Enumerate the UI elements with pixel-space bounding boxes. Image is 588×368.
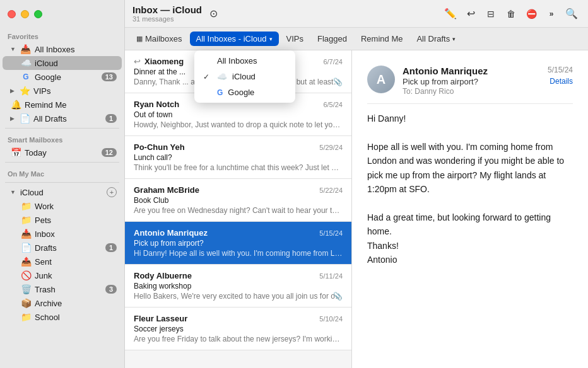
- trash-badge: 3: [105, 285, 117, 294]
- more-icon: »: [550, 9, 554, 18]
- sidebar-item-trash[interactable]: 🗑️ Trash 3: [3, 282, 122, 296]
- sidebar-item-vips[interactable]: ▶ ⭐ VIPs: [3, 84, 122, 98]
- today-label: Today: [25, 148, 98, 158]
- sidebar-item-junk[interactable]: 🚫 Junk: [3, 268, 122, 282]
- mail-item[interactable]: Graham McBride 5/22/24 Book Club Are you…: [125, 179, 351, 222]
- sidebar-item-pets[interactable]: 📁 Pets: [3, 213, 122, 227]
- dropdown-label-all-inboxes: All Inboxes: [217, 56, 257, 66]
- school-folder-icon: 📁: [20, 312, 32, 322]
- dropdown-item-google[interactable]: G Google: [194, 84, 295, 100]
- more-button[interactable]: »: [543, 5, 560, 23]
- add-icloud-icon[interactable]: +: [107, 187, 117, 197]
- sidebar-item-remind-me[interactable]: 🔔 Remind Me: [3, 98, 122, 112]
- dropdown-label-icloud: iCloud: [232, 72, 256, 81]
- search-button[interactable]: 🔍: [563, 5, 580, 23]
- sidebar-item-today[interactable]: 📅 Today 12: [3, 146, 122, 159]
- remind-me-icon: 🔔: [10, 100, 21, 110]
- all-inboxes-tab-label: All Inboxes - iCloud: [196, 34, 267, 43]
- mail-from: Rody Albuerne: [134, 271, 314, 280]
- drafts-badge: 1: [105, 243, 117, 252]
- junk-button[interactable]: ⛔: [522, 5, 540, 23]
- sidebar-item-google[interactable]: G Google 13: [3, 70, 122, 84]
- sidebar-item-all-drafts[interactable]: ▶ 📄 All Drafts 1: [3, 112, 122, 125]
- smart-mailboxes-section-label: Smart Mailboxes: [0, 131, 124, 146]
- trash-button[interactable]: 🗑: [502, 5, 520, 23]
- mail-date: 5/29/24: [319, 144, 343, 151]
- mail-date: 5/11/24: [319, 272, 343, 280]
- today-icon: 📅: [10, 147, 21, 158]
- mail-subject: Baking workshop: [134, 282, 343, 290]
- dropdown-check-icloud: ✓: [203, 72, 212, 81]
- icloud-icon: ☁️: [20, 58, 32, 68]
- pets-label: Pets: [35, 216, 117, 225]
- maximize-button[interactable]: [34, 10, 42, 18]
- sidebar-item-drafts[interactable]: 📄 Drafts 1: [3, 241, 122, 255]
- mail-item[interactable]: Antonio Manriquez 5/15/24 Pick up from a…: [125, 222, 351, 265]
- filter-button[interactable]: ⊙: [204, 5, 222, 23]
- tab-chevron-down-icon: ▾: [269, 36, 273, 42]
- sidebar-item-school[interactable]: 📁 School: [3, 310, 122, 324]
- tab-remind-me[interactable]: Remind Me: [355, 32, 409, 46]
- sidebar-item-archive[interactable]: 📦 Archive: [3, 296, 122, 310]
- mail-preview: Think you'll be free for a lunchtime cha…: [134, 163, 343, 172]
- tab-mailboxes-label: Mailboxes: [145, 34, 182, 43]
- sidebar-item-inbox[interactable]: 📥 Inbox: [3, 227, 122, 241]
- detail-header: A Antonio Manriquez Pick up from airport…: [367, 66, 573, 104]
- sent-label: Sent: [35, 257, 117, 267]
- close-button[interactable]: [8, 10, 16, 18]
- all-drafts-label: All Drafts: [33, 114, 102, 124]
- minimize-button[interactable]: [21, 10, 29, 18]
- mail-preview: Hello Bakers, We're very excited to have…: [134, 292, 343, 301]
- drafts-label: Drafts: [35, 243, 102, 253]
- mail-date: 5/10/24: [319, 315, 343, 323]
- dropdown-item-icloud[interactable]: ✓ ☁️ iCloud: [194, 69, 295, 84]
- archive-button[interactable]: ⊟: [482, 5, 500, 23]
- detail-to: To: Danny Rico: [403, 87, 548, 96]
- all-inboxes-label: All Inboxes: [35, 45, 117, 54]
- detail-date: 5/15/24: [548, 66, 573, 74]
- mail-subject: Out of town: [134, 110, 343, 119]
- new-message-button[interactable]: ✏️: [442, 5, 459, 23]
- tab-all-drafts-label: All Drafts: [416, 34, 450, 43]
- school-label: School: [35, 313, 117, 322]
- sidebar-item-sent[interactable]: 📤 Sent: [3, 255, 122, 268]
- mail-subject: Book Club: [134, 196, 343, 205]
- mail-from: Antonio Manriquez: [134, 228, 314, 238]
- mail-item[interactable]: Fleur Lasseur 5/10/24 Soccer jerseys Are…: [125, 308, 351, 350]
- attachment-icon: 📎: [333, 78, 343, 86]
- tab-flagged[interactable]: Flagged: [311, 32, 353, 46]
- dropdown-item-all-inboxes[interactable]: All Inboxes: [194, 53, 295, 69]
- inbox-label: Inbox: [35, 229, 117, 239]
- detail-details-link[interactable]: Details: [550, 77, 573, 86]
- tab-all-drafts[interactable]: All Drafts ▾: [410, 32, 462, 46]
- sidebar-item-icloud[interactable]: ☁️ iCloud: [3, 56, 122, 70]
- mail-detail: A Antonio Manriquez Pick up from airport…: [352, 50, 588, 368]
- all-drafts-icon: 📄: [19, 113, 30, 124]
- reply-button[interactable]: ↩: [462, 5, 479, 23]
- mail-date: 5/15/24: [319, 229, 343, 237]
- toolbar-title: Inbox — iCloud: [132, 4, 202, 15]
- tabbar: ▦ Mailboxes All Inboxes - iCloud ▾ All I…: [125, 28, 588, 50]
- sidebar-item-all-inboxes[interactable]: ▼ 📥 All Inboxes: [3, 42, 122, 56]
- icloud-section-chevron: ▼: [10, 189, 16, 195]
- sidebar-item-work[interactable]: 📁 Work: [3, 199, 122, 213]
- mail-item[interactable]: Po-Chun Yeh 5/29/24 Lunch call? Think yo…: [125, 136, 351, 179]
- junk-btn-icon: ⛔: [526, 9, 537, 19]
- mail-preview: Hi Danny! Hope all is well with you. I'm…: [134, 249, 343, 258]
- sidebar-icloud-section-header[interactable]: ▼ iCloud +: [3, 185, 122, 199]
- mail-item[interactable]: Rody Albuerne 5/11/24 Baking workshop He…: [125, 265, 351, 308]
- work-label: Work: [35, 202, 117, 211]
- today-badge: 12: [102, 148, 117, 157]
- detail-actions: 5/15/24 Details: [548, 66, 573, 86]
- avatar: A: [367, 66, 395, 93]
- archive-btn-icon: ⊟: [487, 9, 495, 19]
- attachment-icon: 📎: [333, 292, 343, 301]
- mail-from: Fleur Lasseur: [134, 314, 314, 323]
- mail-from: Po-Chun Yeh: [134, 142, 314, 152]
- mail-preview: Are you free on Wednesday night? Can't w…: [134, 206, 343, 215]
- tab-vips[interactable]: VIPs: [280, 32, 310, 46]
- inbox-dropdown: All Inboxes ✓ ☁️ iCloud G Google: [194, 50, 295, 103]
- tab-mailboxes[interactable]: ▦ Mailboxes: [130, 32, 189, 46]
- icloud-section-label: iCloud: [20, 188, 44, 197]
- tab-all-inboxes-icloud[interactable]: All Inboxes - iCloud ▾: [190, 32, 279, 46]
